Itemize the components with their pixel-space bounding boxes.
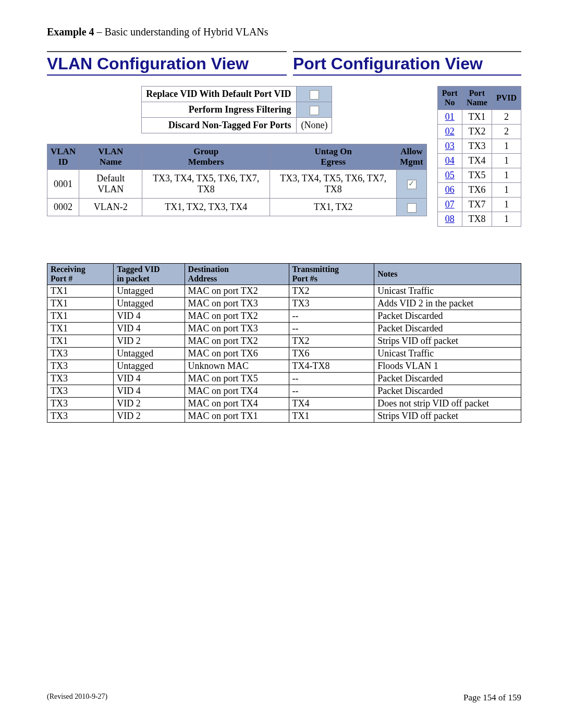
traffic-cell: TX1: [47, 335, 114, 348]
traffic-cell: Untagged: [114, 360, 185, 373]
traffic-cell: VID 2: [114, 398, 185, 410]
port-row: 02TX22: [437, 125, 521, 139]
port-no-link[interactable]: 01: [437, 110, 462, 125]
traffic-cell: MAC on port TX2: [185, 335, 289, 348]
traffic-cell: VID 2: [114, 335, 185, 348]
port-row: 05TX51: [437, 168, 521, 183]
traffic-header: DestinationAddress: [185, 264, 289, 285]
traffic-cell: TX3: [47, 410, 114, 423]
vlan-header: VLANID: [47, 144, 79, 170]
traffic-cell: MAC on port TX3: [185, 298, 289, 310]
traffic-header: Tagged VIDin packet: [114, 264, 185, 285]
port-pvid: 1: [492, 198, 521, 212]
example-label: Example 4: [47, 26, 94, 38]
port-name: TX8: [462, 212, 492, 227]
port-row: 01TX12: [437, 110, 521, 125]
traffic-header: Notes: [374, 264, 521, 285]
port-no-link[interactable]: 03: [437, 139, 462, 154]
traffic-cell: MAC on port TX4: [185, 398, 289, 410]
allow-mgmt-checkbox[interactable]: [407, 203, 417, 213]
port-pvid: 1: [492, 212, 521, 227]
traffic-cell: Packet Discarded: [374, 310, 521, 323]
traffic-cell: Untagged: [114, 348, 185, 360]
traffic-cell: Strips VID off packet: [374, 335, 521, 348]
traffic-cell: TX4-TX8: [289, 360, 374, 373]
settings-checkbox[interactable]: [310, 90, 319, 100]
port-name: TX3: [462, 139, 492, 154]
traffic-cell: VID 4: [114, 310, 185, 323]
traffic-cell: Strips VID off packet: [374, 410, 521, 423]
traffic-cell: TX1: [47, 323, 114, 335]
vlan-table: VLANIDVLANNameGroupMembersUntag OnEgress…: [47, 144, 427, 216]
port-header: PVID: [492, 87, 521, 110]
port-name: TX6: [462, 183, 492, 198]
port-row: 04TX41: [437, 154, 521, 168]
page-number: Page 154 of 159: [463, 693, 521, 703]
traffic-cell: MAC on port TX1: [185, 410, 289, 423]
vlan-header: AllowMgmt: [397, 144, 426, 170]
port-name: TX7: [462, 198, 492, 212]
traffic-cell: TX2: [289, 335, 374, 348]
traffic-cell: TX1: [47, 298, 114, 310]
port-no-link[interactable]: 07: [437, 198, 462, 212]
traffic-cell: TX2: [289, 285, 374, 298]
vlan-cell: TX3, TX4, TX5, TX6, TX7, TX8: [142, 170, 270, 199]
traffic-row: TX3UntaggedUnknown MACTX4-TX8Floods VLAN…: [47, 360, 521, 373]
traffic-cell: TX3: [47, 398, 114, 410]
port-pvid: 1: [492, 183, 521, 198]
traffic-cell: Unknown MAC: [185, 360, 289, 373]
traffic-cell: TX1: [47, 310, 114, 323]
section-headings: VLAN Configuration View Port Configurati…: [47, 51, 521, 76]
traffic-cell: TX4: [289, 398, 374, 410]
traffic-row: TX1UntaggedMAC on port TX3TX3Adds VID 2 …: [47, 298, 521, 310]
traffic-cell: Packet Discarded: [374, 385, 521, 398]
traffic-row: TX1VID 4MAC on port TX2--Packet Discarde…: [47, 310, 521, 323]
traffic-cell: TX6: [289, 348, 374, 360]
vlan-cell: VLAN-2: [79, 199, 142, 216]
port-header: PortNo: [437, 87, 462, 110]
traffic-cell: TX1: [47, 285, 114, 298]
vlan-header: Untag OnEgress: [270, 144, 397, 170]
traffic-cell: MAC on port TX3: [185, 323, 289, 335]
traffic-cell: MAC on port TX4: [185, 385, 289, 398]
vlan-cell: Default VLAN: [79, 170, 142, 199]
traffic-cell: Adds VID 2 in the packet: [374, 298, 521, 310]
traffic-cell: TX3: [47, 373, 114, 385]
port-table: PortNoPortNamePVID 01TX1202TX2203TX3104T…: [437, 86, 521, 227]
traffic-cell: TX3: [289, 298, 374, 310]
traffic-row: TX3VID 2MAC on port TX4TX4Does not strip…: [47, 398, 521, 410]
traffic-cell: Unicast Traffic: [374, 285, 521, 298]
vlan-cell: TX1, TX2: [270, 199, 397, 216]
vlan-config-heading: VLAN Configuration View: [47, 51, 287, 76]
settings-value: (None): [297, 118, 332, 133]
traffic-cell: Packet Discarded: [374, 323, 521, 335]
port-row: 03TX31: [437, 139, 521, 154]
traffic-header: ReceivingPort #: [47, 264, 114, 285]
traffic-cell: TX1: [289, 410, 374, 423]
example-heading: Example 4 – Basic understanding of Hybri…: [47, 26, 521, 38]
settings-label: Perform Ingress Filtering: [142, 102, 297, 118]
port-header: PortName: [462, 87, 492, 110]
port-row: 08TX81: [437, 212, 521, 227]
vlan-row: 0002VLAN-2TX1, TX2, TX3, TX4TX1, TX2: [47, 199, 427, 216]
port-no-link[interactable]: 04: [437, 154, 462, 168]
port-no-link[interactable]: 08: [437, 212, 462, 227]
traffic-cell: MAC on port TX2: [185, 310, 289, 323]
settings-checkbox[interactable]: [310, 106, 319, 115]
traffic-cell: MAC on port TX5: [185, 373, 289, 385]
port-pvid: 1: [492, 168, 521, 183]
traffic-cell: --: [289, 323, 374, 335]
vlan-cell: 0001: [47, 170, 79, 199]
port-no-link[interactable]: 06: [437, 183, 462, 198]
traffic-cell: Floods VLAN 1: [374, 360, 521, 373]
port-no-link[interactable]: 05: [437, 168, 462, 183]
port-row: 06TX61: [437, 183, 521, 198]
port-no-link[interactable]: 02: [437, 125, 462, 139]
port-row: 07TX71: [437, 198, 521, 212]
vlan-header: GroupMembers: [142, 144, 270, 170]
traffic-cell: Does not strip VID off packet: [374, 398, 521, 410]
traffic-row: TX3VID 2MAC on port TX1TX1Strips VID off…: [47, 410, 521, 423]
traffic-row: TX1UntaggedMAC on port TX2TX2Unicast Tra…: [47, 285, 521, 298]
allow-mgmt-checkbox[interactable]: [407, 180, 417, 189]
traffic-row: TX3VID 4MAC on port TX4--Packet Discarde…: [47, 385, 521, 398]
